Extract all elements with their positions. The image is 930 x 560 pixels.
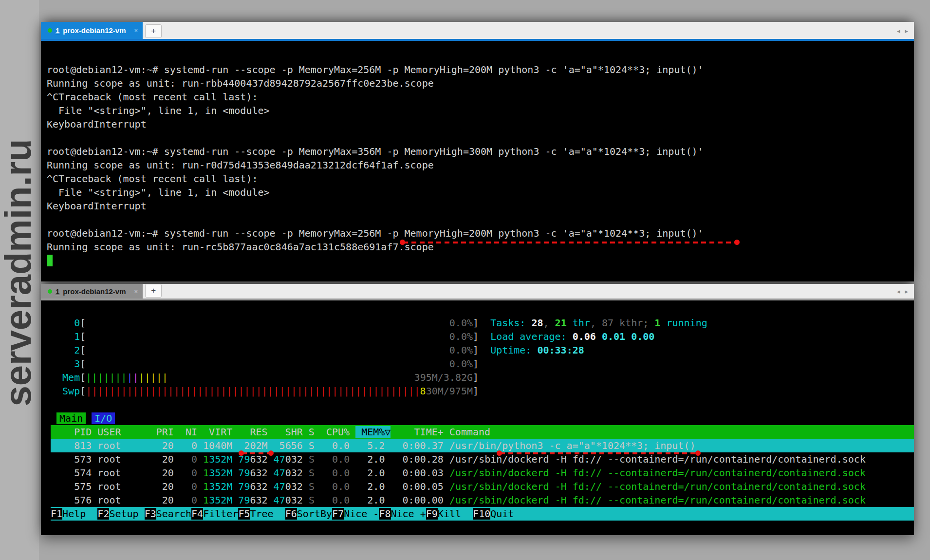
- htop-output[interactable]: 0[ 0.0%] Tasks: 28, 21 thr, 87 kthr; 1 r…: [41, 300, 914, 535]
- annotation-underline-python-process: [500, 452, 697, 454]
- terminal-text: [232, 453, 238, 465]
- terminal-text: [197, 494, 203, 506]
- tab-prox-debian12-vm-bottom[interactable]: 1 prox-debian12-vm ×: [41, 284, 143, 299]
- terminal-line: 3[ 0.0%]: [51, 357, 914, 371]
- terminal-text: 47: [274, 481, 285, 492]
- terminal-text: 79: [238, 467, 250, 479]
- terminal-text: [232, 467, 238, 479]
- terminal-text: 1: [654, 317, 660, 329]
- terminal-text: [315, 467, 320, 479]
- terminal-text: 0.06: [573, 331, 602, 342]
- terminal-text: Tree: [250, 508, 285, 520]
- tab-close-icon[interactable]: ×: [134, 27, 138, 34]
- terminal-text: 3: [51, 358, 80, 370]
- terminal-text: 0:00.28: [391, 453, 444, 465]
- terminal-text: 573 root 20: [51, 453, 180, 465]
- terminal-text: [315, 494, 320, 506]
- terminal-text: |: [127, 372, 133, 383]
- terminal-text: ,: [590, 317, 602, 329]
- terminal-text: [232, 481, 238, 492]
- terminal-text: ^CTraceback (most recent call last):: [47, 173, 258, 185]
- tab-title: prox-debian12-vm: [63, 26, 126, 35]
- terminal-text: Filter: [203, 508, 238, 520]
- terminal-text: |||||||: [86, 372, 127, 383]
- terminal-text: 0:00.03: [391, 467, 444, 479]
- terminal-text: 79: [238, 481, 250, 492]
- terminal-text: 576 root 20: [51, 494, 180, 506]
- terminal-text: ]: [473, 344, 479, 356]
- terminal-text: F6: [285, 508, 297, 520]
- terminal-text: F4: [191, 508, 203, 520]
- terminal-text: [51, 412, 56, 424]
- scroll-right-icon[interactable]: ▸: [905, 288, 908, 295]
- terminal-text: 30M/975M: [426, 385, 473, 397]
- terminal-text: [268, 494, 274, 506]
- terminal-line: 576 root 20 0 1352M 79632 47032 S 0.0 2.…: [51, 493, 914, 507]
- terminal-text: Nice -: [344, 508, 379, 520]
- terminal-text: [: [80, 372, 86, 383]
- terminal-line: Running scope as unit: run-rbb4400437d89…: [47, 76, 914, 90]
- terminal-text: 2.0: [355, 481, 385, 492]
- terminal-text: Tasks:: [490, 317, 531, 329]
- annotation-underline-res-202m: [242, 452, 270, 454]
- terminal-text: [315, 453, 320, 465]
- terminal-text: 0: [180, 481, 197, 492]
- terminal-line: KeyboardInterrupt: [47, 199, 914, 213]
- terminal-text: [350, 453, 355, 465]
- terminal-text: [: [80, 317, 86, 329]
- terminal-text: Kill: [438, 508, 473, 520]
- terminal-line: 573 root 20 0 1352M 79632 47032 S 0.0 2.…: [51, 452, 914, 466]
- terminal-line: File "<string>", line 1, in <module>: [47, 186, 914, 199]
- scroll-right-icon[interactable]: ▸: [905, 27, 908, 34]
- scroll-left-icon[interactable]: ◂: [897, 27, 900, 34]
- terminal-text: PID USER PRI NI VIRT RES SHR S CPU%: [51, 426, 355, 438]
- terminal-text: SortBy: [297, 508, 332, 520]
- terminal-output-top[interactable]: root@debian12-vm:~# systemd-run --scope …: [41, 41, 914, 281]
- tab-close-icon[interactable]: ×: [134, 288, 138, 295]
- terminal-line: PID USER PRI NI VIRT RES SHR S CPU% MEM%…: [51, 425, 914, 439]
- terminal-text: ]: [473, 372, 479, 383]
- desktop: serveradmin.ru 1 prox-debian12-vm × + ◂ …: [0, 0, 930, 560]
- terminal-text: [303, 453, 309, 465]
- terminal-text: TIME+ Command: [391, 426, 490, 438]
- terminal-text: 632: [250, 467, 267, 479]
- terminal-line: 2[ 0.0%] Uptime: 00:33:28: [51, 343, 914, 357]
- terminal-text: [303, 467, 309, 479]
- terminal-text: 0.01 0.00: [602, 331, 654, 342]
- terminal-text: 0.0%: [449, 344, 473, 356]
- terminal-text: 032: [285, 453, 303, 465]
- terminal-line: KeyboardInterrupt: [47, 117, 914, 131]
- terminal-text: F8: [379, 508, 391, 520]
- terminal-line: ^CTraceback (most recent call last):: [47, 172, 914, 186]
- terminal-text: 0: [180, 494, 197, 506]
- terminal-text: /usr/sbin/dockerd -H fd:// --containerd=…: [449, 467, 866, 479]
- terminal-text: 0.0%: [449, 331, 473, 342]
- terminal-text: 47: [274, 453, 285, 465]
- terminal-text: [385, 494, 391, 506]
- terminal-line: [47, 213, 914, 226]
- terminal-text: [444, 467, 449, 479]
- terminal-text: thr: [567, 317, 590, 329]
- terminal-text: ]: [473, 385, 479, 397]
- terminal-text: /usr/sbin/dockerd -H fd:// --containerd=…: [449, 481, 866, 492]
- new-tab-button[interactable]: +: [145, 284, 162, 298]
- terminal-text: F1: [51, 508, 62, 520]
- terminal-text: [86, 358, 449, 370]
- terminal-text: F7: [332, 508, 344, 520]
- terminal-text: 00:33:28: [537, 344, 584, 356]
- terminal-text: 032: [285, 494, 303, 506]
- terminal-text: 632: [250, 481, 267, 492]
- terminal-text: 0.0: [320, 481, 350, 492]
- terminal-text: I/O: [92, 412, 115, 424]
- scroll-left-icon[interactable]: ◂: [897, 288, 900, 295]
- terminal-text: Running scope as unit: run-rbb4400437d89…: [47, 77, 434, 89]
- terminal-text: ]: [473, 358, 479, 370]
- terminal-text: S: [309, 494, 315, 506]
- terminal-text: [: [80, 331, 86, 342]
- terminal-text: [268, 481, 274, 492]
- tab-prox-debian12-vm-top[interactable]: 1 prox-debian12-vm ×: [41, 22, 143, 39]
- terminal-text: 0.0: [320, 494, 350, 506]
- new-tab-button[interactable]: +: [145, 24, 162, 38]
- terminal-text: 0:00.00: [391, 494, 444, 506]
- terminal-text: 2.0: [355, 453, 385, 465]
